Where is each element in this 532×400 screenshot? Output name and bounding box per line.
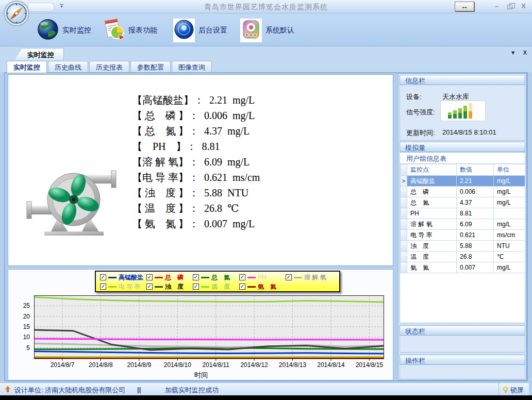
toolbar-label: 实时监控 [62, 26, 91, 35]
toolbar-button-realtime[interactable]: 实时监控 [37, 19, 91, 42]
toolbar-label: 报表功能 [128, 26, 157, 35]
compass-logo-icon[interactable] [3, 0, 30, 29]
title-bar: ▼ 青岛市世界园艺博览会水质监测系统 ↔ – X [0, 0, 532, 13]
legend-label: 总 磷 [165, 273, 184, 282]
info-panel-header[interactable]: 信息栏 [400, 75, 525, 85]
legend-label: 电 导 率 [119, 282, 141, 291]
legend-checkbox[interactable]: ✓ [286, 274, 292, 280]
x-tick-label: 2014/8/12 [236, 361, 273, 369]
resize-button[interactable]: ↔ [455, 2, 474, 11]
table-cell: mg/L [494, 176, 525, 187]
row-indicator [401, 230, 407, 241]
table-row[interactable]: 溶 解 氧6.09mg/L [401, 219, 525, 230]
row-indicator [401, 262, 407, 273]
toolbar-button-defaults[interactable]: 系统默认 [240, 19, 294, 42]
table-row[interactable]: 总 磷0.006mg/L [401, 187, 525, 197]
status-panel-body [400, 336, 525, 353]
designer-icon [4, 386, 11, 393]
table-header-row: 监控点数值单位 [401, 164, 525, 176]
table-row[interactable]: >高锰酸盐2.21mg/L [401, 176, 525, 187]
table-cell: 高锰酸盐 [407, 176, 457, 187]
tab-realtime-monitor[interactable]: 实时监控 [7, 61, 47, 73]
legend-checkbox[interactable]: ✓ [100, 284, 106, 290]
legend-checkbox[interactable]: ✓ [146, 274, 153, 280]
legend-checkbox[interactable]: ✓ [100, 274, 106, 280]
operation-panel-body [400, 365, 525, 379]
application-window: ▼ 青岛市世界园艺博览会水质监测系统 ↔ – X [0, 0, 532, 395]
y-tick-label: 5 [15, 344, 30, 352]
table-cell: mg/L [494, 262, 525, 273]
minimize-button[interactable]: – [495, 3, 498, 10]
column-header[interactable]: 监控点 [407, 164, 457, 176]
legend-item[interactable]: ✓电 导 率 [100, 282, 146, 291]
table-row[interactable]: PH8.81 [401, 208, 525, 219]
designer-text: 设计单位: 济南大陆机电股份有限公司 [14, 386, 125, 395]
legend-item[interactable]: ✓总 氮 [193, 273, 239, 282]
restore-button[interactable] [507, 5, 512, 9]
table-cell: 总 磷 [407, 187, 457, 197]
column-header[interactable]: 数值 [457, 164, 494, 176]
legend-checkbox[interactable]: ✓ [193, 274, 199, 280]
table-cell: 温 度 [407, 252, 457, 262]
table-row[interactable]: 氨 氮0.007mg/L [401, 262, 525, 273]
document-tab-realtime[interactable]: 实时监控 [14, 48, 64, 60]
tab-parameter-config[interactable]: 参数配置 [130, 61, 171, 72]
table-row[interactable]: 电 导 率0.621ms/cm [401, 230, 525, 241]
table-cell: 8.81 [457, 208, 494, 219]
analog-panel-header[interactable]: 模拟量 [400, 142, 525, 152]
y-tick-label: 10 [15, 334, 30, 341]
x-tick-label: 2014/8/15 [351, 361, 388, 369]
legend-label: 总 氮 [211, 273, 230, 282]
legend-checkbox[interactable]: ✓ [239, 274, 245, 280]
table-cell: 2.21 [457, 176, 494, 187]
operation-panel-header[interactable]: 操作栏 [400, 355, 525, 365]
toolbar-button-settings[interactable]: 后台设置 [173, 19, 227, 42]
tab-list-dropdown-icon[interactable]: ▼ [510, 49, 516, 56]
readout-line: 【 氨 氮 】： 0.007 mg/L [132, 216, 260, 231]
table-cell [494, 208, 525, 219]
info-panel-body: 设备: 天水水库 信号强度: 更新时间: 2014/8/15 8:10:01 [400, 85, 525, 141]
legend-item[interactable]: ✓氨 氮 [239, 282, 286, 291]
y-tick-label: 20 [15, 313, 30, 320]
chart-legend: ✓高锰酸盐✓总 磷✓总 氮✓PH✓溶 解 氧 ✓电 导 率✓浊 度✓温 度✓氨 … [95, 271, 340, 292]
window-title: 青岛市世界园艺博览会水质监测系统 [0, 3, 532, 12]
legend-item[interactable]: ✓PH [239, 274, 286, 281]
legend-label: 氨 氮 [258, 282, 276, 291]
legend-item[interactable]: ✓高锰酸盐 [100, 273, 146, 282]
table-row[interactable]: 温 度26.8℃ [401, 252, 525, 262]
row-indicator [401, 241, 407, 252]
legend-item[interactable]: ✓溶 解 氧 [286, 273, 332, 282]
table-cell: 浊 度 [407, 241, 457, 252]
legend-row-0: ✓高锰酸盐✓总 磷✓总 氮✓PH✓溶 解 氧 [100, 273, 339, 282]
legend-checkbox[interactable]: ✓ [193, 284, 199, 290]
lock-screen-label: 锁屏 [510, 386, 524, 395]
tab-close-icon[interactable]: X [523, 49, 527, 56]
tab-history-report[interactable]: 历史报表 [89, 61, 129, 72]
legend-checkbox[interactable]: ✓ [146, 284, 153, 290]
readout-line: 【 总 磷 】： 0.006 mg/L [132, 108, 260, 123]
close-button[interactable]: X [521, 3, 526, 10]
x-tick-label: 2014/8/8 [82, 361, 119, 369]
legend-item[interactable]: ✓温 度 [193, 282, 239, 291]
legend-item[interactable]: ✓总 磷 [146, 273, 193, 282]
tab-history-curve[interactable]: 历史曲线 [48, 61, 88, 72]
table-cell: ms/cm [494, 230, 525, 241]
statusbar-separator: || [137, 386, 141, 393]
legend-item[interactable]: ✓浊 度 [146, 282, 193, 291]
tab-image-query[interactable]: 图像查询 [172, 61, 212, 72]
chart-plot [34, 295, 385, 363]
table-row[interactable]: 总 氮4.37mg/L [401, 197, 525, 208]
legend-checkbox[interactable]: ✓ [239, 284, 245, 290]
user-group-table: 监控点数值单位>高锰酸盐2.21mg/L总 磷0.006mg/L总 氮4.37m… [400, 164, 525, 273]
status-bar: 设计单位: 济南大陆机电股份有限公司 || 加载实时监控成功 锁屏 [0, 382, 529, 395]
main-content: 【高锰酸盐】： 2.21 mg/L【 总 磷 】： 0.006 mg/L【 总 … [4, 72, 528, 381]
legend-row-1: ✓电 导 率✓浊 度✓温 度✓氨 氮 [100, 282, 339, 291]
table-row[interactable]: 浊 度5.88NTU [401, 241, 525, 252]
column-header[interactable]: 单位 [494, 164, 525, 176]
y-tick-label: 25 [15, 302, 30, 309]
signal-strength-icon [440, 101, 486, 121]
readout-line: 【溶 解 氧】： 6.09 mg/L [132, 154, 260, 170]
status-panel-header[interactable]: 状态栏 [400, 325, 525, 336]
lock-screen-button[interactable]: 锁屏 [498, 383, 526, 396]
toolbar-button-reports[interactable]: 报表功能 [103, 19, 157, 42]
